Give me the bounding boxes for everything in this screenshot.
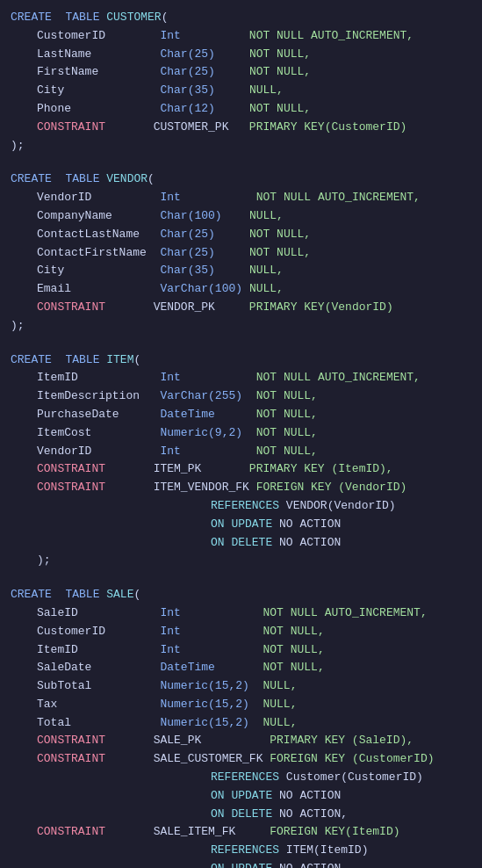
kw-create3: CREATE — [11, 353, 52, 366]
tname-item: ITEM — [106, 353, 133, 366]
constraint-sale-cust-fk: CONSTRAINT — [37, 752, 105, 765]
col-itemcost: ItemCost — [37, 426, 154, 439]
ref-kw-ref3: REFERENCES — [211, 843, 279, 857]
table-vendor: CREATE TABLE VENDOR( VendorID Int NOT NU… — [11, 170, 471, 335]
kw-table: TABLE — [65, 172, 99, 185]
constraint-type: PRIMARY KEY(CustomerID) — [249, 120, 406, 134]
tname-customer: CUSTOMER — [106, 11, 161, 24]
ref-kw-update3: ON UPDATE — [211, 862, 272, 868]
ref-kw-update2: ON UPDATE — [211, 789, 272, 802]
col-saleid: SaleID — [37, 606, 154, 619]
col-purchasedate: PurchaseDate — [37, 408, 154, 421]
kw-create4: CREATE — [11, 588, 52, 601]
col-itemdesc: ItemDescription — [37, 389, 154, 402]
ref-kw-delete2: ON DELETE — [211, 807, 272, 821]
col-contactlastname: ContactLastName — [37, 228, 154, 241]
col-itemid2: ItemID — [37, 643, 154, 656]
col-phone: Phone — [37, 102, 154, 115]
dtype: Int — [160, 29, 180, 42]
col-email: Email — [37, 282, 154, 295]
col-contactfirstname: ContactFirstName — [37, 246, 154, 259]
constraint-kw2: CONSTRAINT — [37, 300, 105, 314]
semi: ); — [11, 139, 25, 152]
notnull: NOT NULL AUTO_INCREMENT, — [249, 29, 414, 42]
table-item: CREATE TABLE ITEM( ItemID Int NOT NULL A… — [11, 351, 471, 571]
ref-kw-update: ON UPDATE — [211, 517, 272, 531]
constraint-sale-item-fk: CONSTRAINT — [37, 825, 105, 838]
ref-kw-ref2: REFERENCES — [211, 770, 279, 784]
col-saledate: SaleDate — [37, 661, 154, 674]
ref-kw-references: REFERENCES — [211, 499, 279, 512]
tname-sale: SALE — [106, 588, 133, 601]
col-vendorid: VendorID — [37, 191, 154, 204]
constraint-name: CUSTOMER_PK — [154, 120, 229, 134]
constraint-sale-pk: CONSTRAINT — [37, 734, 105, 747]
col-city: City — [37, 83, 154, 97]
col-vendorid2: VendorID — [37, 445, 154, 458]
table-customer: CREATE TABLE CUSTOMER( CustomerID Int NO… — [11, 9, 471, 155]
constraint-kw: CONSTRAINT — [37, 120, 105, 134]
col-city2: City — [37, 264, 154, 277]
col-customerid2: CustomerID — [37, 625, 154, 638]
table-sale: CREATE TABLE SALE( SaleID Int NOT NULL A… — [11, 586, 471, 868]
col-tax: Tax — [37, 698, 154, 711]
kw-create: CREATE — [11, 172, 52, 185]
col-lastname: LastName — [37, 47, 154, 61]
constraint-item-pk: CONSTRAINT — [37, 462, 105, 475]
sql-editor: CREATE TABLE CUSTOMER( CustomerID Int NO… — [11, 9, 471, 868]
col-total: Total — [37, 716, 154, 729]
col-companyname: CompanyName — [37, 209, 154, 222]
col-subtotal: SubTotal — [37, 679, 154, 692]
col-customerid: CustomerID — [37, 29, 154, 42]
ref-kw-delete: ON DELETE — [211, 536, 272, 549]
col-firstname: FirstName — [37, 65, 154, 78]
col-itemid: ItemID — [37, 371, 154, 384]
kw-create: CREATE — [11, 11, 52, 24]
constraint-item-fk: CONSTRAINT — [37, 481, 105, 494]
tname-vendor: VENDOR — [106, 172, 147, 185]
kw-table: TABLE — [65, 11, 99, 24]
